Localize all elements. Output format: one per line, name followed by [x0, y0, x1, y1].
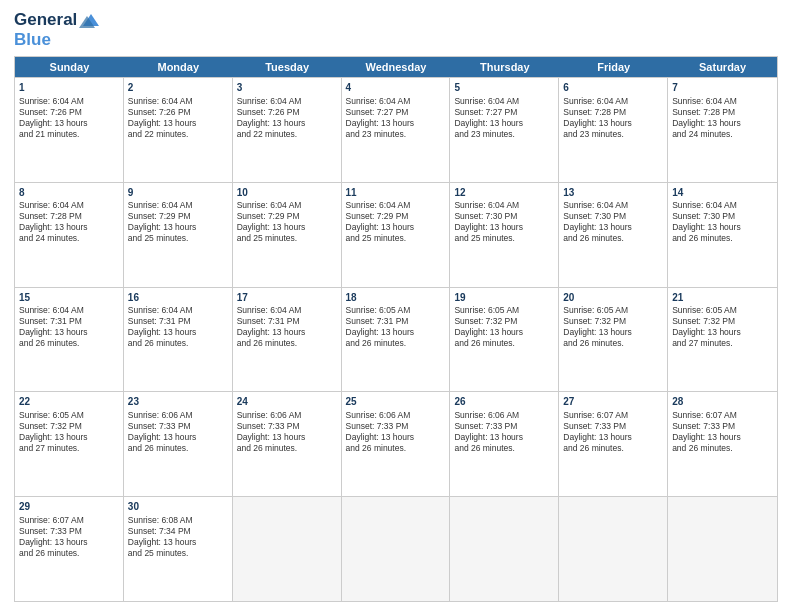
day-25: 25Sunrise: 6:06 AM Sunset: 7:33 PM Dayli…	[342, 392, 451, 496]
day-info: Sunrise: 6:04 AM Sunset: 7:28 PM Dayligh…	[563, 96, 663, 140]
day-info: Sunrise: 6:07 AM Sunset: 7:33 PM Dayligh…	[672, 410, 773, 454]
day-15: 15Sunrise: 6:04 AM Sunset: 7:31 PM Dayli…	[15, 288, 124, 392]
day-29: 29Sunrise: 6:07 AM Sunset: 7:33 PM Dayli…	[15, 497, 124, 601]
header-wednesday: Wednesday	[342, 57, 451, 77]
header-friday: Friday	[559, 57, 668, 77]
day-info: Sunrise: 6:06 AM Sunset: 7:33 PM Dayligh…	[346, 410, 446, 454]
day-28: 28Sunrise: 6:07 AM Sunset: 7:33 PM Dayli…	[668, 392, 777, 496]
logo: General Blue	[14, 10, 101, 50]
calendar-row-1: 1Sunrise: 6:04 AM Sunset: 7:26 PM Daylig…	[15, 77, 777, 182]
day-30: 30Sunrise: 6:08 AM Sunset: 7:34 PM Dayli…	[124, 497, 233, 601]
day-3: 3Sunrise: 6:04 AM Sunset: 7:26 PM Daylig…	[233, 78, 342, 182]
day-info: Sunrise: 6:04 AM Sunset: 7:28 PM Dayligh…	[19, 200, 119, 244]
calendar-body: 1Sunrise: 6:04 AM Sunset: 7:26 PM Daylig…	[15, 77, 777, 601]
day-info: Sunrise: 6:05 AM Sunset: 7:32 PM Dayligh…	[19, 410, 119, 454]
day-number: 13	[563, 186, 663, 200]
calendar-row-5: 29Sunrise: 6:07 AM Sunset: 7:33 PM Dayli…	[15, 496, 777, 601]
day-info: Sunrise: 6:04 AM Sunset: 7:30 PM Dayligh…	[563, 200, 663, 244]
day-number: 8	[19, 186, 119, 200]
day-info: Sunrise: 6:05 AM Sunset: 7:32 PM Dayligh…	[672, 305, 773, 349]
day-5: 5Sunrise: 6:04 AM Sunset: 7:27 PM Daylig…	[450, 78, 559, 182]
calendar-header: SundayMondayTuesdayWednesdayThursdayFrid…	[15, 57, 777, 77]
logo-icon	[79, 10, 101, 30]
day-22: 22Sunrise: 6:05 AM Sunset: 7:32 PM Dayli…	[15, 392, 124, 496]
day-number: 5	[454, 81, 554, 95]
day-9: 9Sunrise: 6:04 AM Sunset: 7:29 PM Daylig…	[124, 183, 233, 287]
day-number: 27	[563, 395, 663, 409]
day-number: 29	[19, 500, 119, 514]
day-1: 1Sunrise: 6:04 AM Sunset: 7:26 PM Daylig…	[15, 78, 124, 182]
day-number: 18	[346, 291, 446, 305]
day-info: Sunrise: 6:06 AM Sunset: 7:33 PM Dayligh…	[128, 410, 228, 454]
day-info: Sunrise: 6:04 AM Sunset: 7:26 PM Dayligh…	[237, 96, 337, 140]
day-20: 20Sunrise: 6:05 AM Sunset: 7:32 PM Dayli…	[559, 288, 668, 392]
day-number: 7	[672, 81, 773, 95]
day-number: 21	[672, 291, 773, 305]
day-info: Sunrise: 6:04 AM Sunset: 7:29 PM Dayligh…	[128, 200, 228, 244]
calendar-row-4: 22Sunrise: 6:05 AM Sunset: 7:32 PM Dayli…	[15, 391, 777, 496]
day-info: Sunrise: 6:06 AM Sunset: 7:33 PM Dayligh…	[237, 410, 337, 454]
header-sunday: Sunday	[15, 57, 124, 77]
day-number: 2	[128, 81, 228, 95]
logo-blue: Blue	[14, 30, 51, 50]
day-18: 18Sunrise: 6:05 AM Sunset: 7:31 PM Dayli…	[342, 288, 451, 392]
empty-cell	[559, 497, 668, 601]
day-number: 17	[237, 291, 337, 305]
day-number: 20	[563, 291, 663, 305]
day-number: 22	[19, 395, 119, 409]
header-saturday: Saturday	[668, 57, 777, 77]
day-number: 16	[128, 291, 228, 305]
day-21: 21Sunrise: 6:05 AM Sunset: 7:32 PM Dayli…	[668, 288, 777, 392]
day-number: 12	[454, 186, 554, 200]
day-number: 4	[346, 81, 446, 95]
day-number: 30	[128, 500, 228, 514]
day-info: Sunrise: 6:04 AM Sunset: 7:29 PM Dayligh…	[346, 200, 446, 244]
empty-cell	[668, 497, 777, 601]
day-info: Sunrise: 6:04 AM Sunset: 7:30 PM Dayligh…	[672, 200, 773, 244]
day-number: 19	[454, 291, 554, 305]
header-monday: Monday	[124, 57, 233, 77]
day-number: 10	[237, 186, 337, 200]
day-info: Sunrise: 6:07 AM Sunset: 7:33 PM Dayligh…	[19, 515, 119, 559]
day-26: 26Sunrise: 6:06 AM Sunset: 7:33 PM Dayli…	[450, 392, 559, 496]
day-info: Sunrise: 6:04 AM Sunset: 7:31 PM Dayligh…	[19, 305, 119, 349]
logo-general: General	[14, 10, 77, 30]
day-info: Sunrise: 6:04 AM Sunset: 7:27 PM Dayligh…	[454, 96, 554, 140]
day-info: Sunrise: 6:07 AM Sunset: 7:33 PM Dayligh…	[563, 410, 663, 454]
day-info: Sunrise: 6:04 AM Sunset: 7:31 PM Dayligh…	[128, 305, 228, 349]
day-10: 10Sunrise: 6:04 AM Sunset: 7:29 PM Dayli…	[233, 183, 342, 287]
day-info: Sunrise: 6:04 AM Sunset: 7:26 PM Dayligh…	[19, 96, 119, 140]
header-tuesday: Tuesday	[233, 57, 342, 77]
day-info: Sunrise: 6:04 AM Sunset: 7:27 PM Dayligh…	[346, 96, 446, 140]
day-info: Sunrise: 6:08 AM Sunset: 7:34 PM Dayligh…	[128, 515, 228, 559]
day-info: Sunrise: 6:04 AM Sunset: 7:26 PM Dayligh…	[128, 96, 228, 140]
day-info: Sunrise: 6:04 AM Sunset: 7:28 PM Dayligh…	[672, 96, 773, 140]
day-number: 6	[563, 81, 663, 95]
day-number: 26	[454, 395, 554, 409]
day-16: 16Sunrise: 6:04 AM Sunset: 7:31 PM Dayli…	[124, 288, 233, 392]
day-number: 25	[346, 395, 446, 409]
day-number: 9	[128, 186, 228, 200]
day-24: 24Sunrise: 6:06 AM Sunset: 7:33 PM Dayli…	[233, 392, 342, 496]
day-23: 23Sunrise: 6:06 AM Sunset: 7:33 PM Dayli…	[124, 392, 233, 496]
day-info: Sunrise: 6:05 AM Sunset: 7:31 PM Dayligh…	[346, 305, 446, 349]
day-7: 7Sunrise: 6:04 AM Sunset: 7:28 PM Daylig…	[668, 78, 777, 182]
day-info: Sunrise: 6:04 AM Sunset: 7:29 PM Dayligh…	[237, 200, 337, 244]
day-27: 27Sunrise: 6:07 AM Sunset: 7:33 PM Dayli…	[559, 392, 668, 496]
header-thursday: Thursday	[450, 57, 559, 77]
day-4: 4Sunrise: 6:04 AM Sunset: 7:27 PM Daylig…	[342, 78, 451, 182]
calendar: SundayMondayTuesdayWednesdayThursdayFrid…	[14, 56, 778, 602]
day-number: 14	[672, 186, 773, 200]
day-11: 11Sunrise: 6:04 AM Sunset: 7:29 PM Dayli…	[342, 183, 451, 287]
day-number: 28	[672, 395, 773, 409]
day-info: Sunrise: 6:04 AM Sunset: 7:30 PM Dayligh…	[454, 200, 554, 244]
day-17: 17Sunrise: 6:04 AM Sunset: 7:31 PM Dayli…	[233, 288, 342, 392]
day-8: 8Sunrise: 6:04 AM Sunset: 7:28 PM Daylig…	[15, 183, 124, 287]
empty-cell	[342, 497, 451, 601]
day-info: Sunrise: 6:05 AM Sunset: 7:32 PM Dayligh…	[563, 305, 663, 349]
day-info: Sunrise: 6:04 AM Sunset: 7:31 PM Dayligh…	[237, 305, 337, 349]
calendar-row-3: 15Sunrise: 6:04 AM Sunset: 7:31 PM Dayli…	[15, 287, 777, 392]
day-2: 2Sunrise: 6:04 AM Sunset: 7:26 PM Daylig…	[124, 78, 233, 182]
day-number: 23	[128, 395, 228, 409]
day-number: 1	[19, 81, 119, 95]
